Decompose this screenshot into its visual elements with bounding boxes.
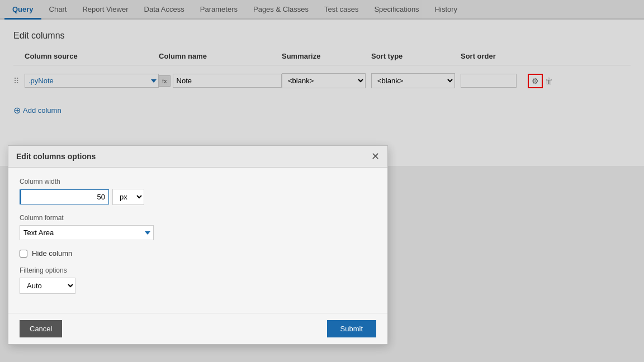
modal-title: Edit columns options — [16, 152, 96, 161]
modal-overlay: Edit columns options ✕ Column width px %… — [0, 0, 644, 166]
modal-close-button[interactable]: ✕ — [371, 151, 380, 161]
modal-dialog: Edit columns options ✕ Column width px %… — [8, 145, 388, 166]
modal-header: Edit columns options ✕ — [8, 146, 387, 166]
